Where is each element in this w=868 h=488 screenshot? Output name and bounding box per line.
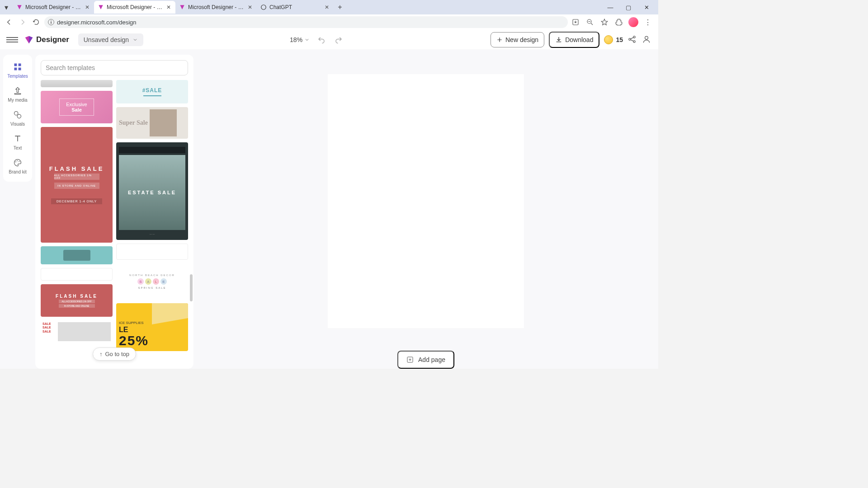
tab-close-icon[interactable]: ✕ [324,4,330,10]
template-card[interactable]: SALE SALE SALE [41,320,113,343]
arrow-up-icon: ↑ [99,351,103,357]
tab-title: Microsoft Designer - Stunning [188,4,244,10]
template-text: SPRING SALE [138,286,166,289]
template-card[interactable] [41,246,113,264]
designer-logo[interactable]: Designer [24,35,69,44]
back-button[interactable] [4,17,14,28]
document-name-label: Unsaved design [84,36,129,43]
browser-tab[interactable]: ChatGPT ✕ [257,1,334,14]
scrollbar-thumb[interactable] [190,274,193,301]
svg-rect-2 [51,22,52,24]
template-text: Super Sale [119,119,148,127]
profile-avatar[interactable] [628,17,638,27]
reload-icon [33,19,40,26]
new-design-button[interactable]: New design [491,32,544,47]
template-card-spring-sale[interactable]: NORTH BEACH DECOR S A L E SPRING SALE [116,263,188,300]
go-to-top-label: Go to top [105,351,129,357]
tab-search-dropdown[interactable]: ▾ [2,3,11,12]
template-text: IN STORE AND ONLINE [59,304,95,308]
side-rail: Templates My media Visuals Text Brand ki… [3,55,32,182]
coin-icon [604,35,613,44]
template-card[interactable] [41,268,113,281]
document-name-dropdown[interactable]: Unsaved design [78,33,143,46]
template-card-yellow-sale[interactable]: ICE SUPPLIES LE 25% [116,303,188,351]
tab-close-icon[interactable]: ✕ [247,4,253,10]
add-page-label: Add page [418,356,445,363]
rail-visuals[interactable]: Visuals [3,106,32,130]
template-text: SALE SALE SALE [42,322,56,341]
browser-menu-icon[interactable]: ⋮ [643,17,653,27]
svg-point-18 [19,161,19,162]
svg-point-0 [261,5,266,10]
visuals-icon [13,110,23,120]
text-icon [13,134,23,144]
browser-tab[interactable]: Microsoft Designer - Stunning ✕ [13,1,94,14]
search-templates-input[interactable]: Search templates [41,60,188,75]
template-card[interactable] [41,80,113,87]
rail-label: Visuals [10,122,25,127]
template-card-hashtag-sale[interactable]: #SALE [116,80,188,103]
tab-close-icon[interactable]: ✕ [84,4,90,10]
template-card-flash-sale[interactable]: FLASH SALE ALL ACCESSORIES 1% OFF IN STO… [41,127,113,243]
forward-button[interactable] [17,17,28,28]
close-window-icon[interactable]: ✕ [640,4,653,11]
download-button[interactable]: Download [549,32,599,48]
tab-close-icon[interactable]: ✕ [165,4,172,10]
tab-title: Microsoft Designer - Stunning [107,4,163,10]
canvas-area[interactable]: Add page [193,49,658,369]
hamburger-menu-button[interactable] [6,37,18,42]
template-text: FLASH SALE [49,165,104,172]
bookmark-icon[interactable] [599,17,609,27]
rail-my-media[interactable]: My media [3,82,32,106]
template-text: ALL ACCESSORIES 1% OFF [59,300,95,303]
template-card-super-sale[interactable]: Super Sale [116,107,188,139]
template-text: A [145,278,151,285]
logo-text: Designer [36,35,69,44]
rail-templates[interactable]: Templates [3,58,32,82]
zoom-icon[interactable] [585,17,595,27]
svg-point-8 [633,40,635,42]
minimize-icon[interactable]: — [604,4,617,11]
canvas-page[interactable] [328,74,524,328]
template-card-flash-sale-small[interactable]: FLASH SALE ALL ACCESSORIES 1% OFF IN STO… [41,284,113,317]
undo-button[interactable] [316,34,327,45]
redo-button[interactable] [333,34,344,45]
template-text: L [153,278,159,285]
account-button[interactable] [642,35,652,45]
template-text: IN STORE AND ONLINE [54,183,99,189]
template-text: E [160,278,167,285]
browser-tab[interactable]: Microsoft Designer - Stunning ✕ [175,1,257,14]
install-app-icon[interactable] [571,17,580,27]
add-page-button[interactable]: Add page [397,351,454,369]
template-card[interactable] [116,244,188,260]
template-card-exclusive-sale[interactable]: Exclusive Sale [41,91,113,123]
zoom-value: 18% [290,36,302,43]
go-to-top-button[interactable]: ↑ Go to top [93,347,136,361]
arrow-left-icon [5,19,13,26]
reload-button[interactable] [31,17,42,28]
extensions-icon[interactable] [614,17,624,27]
chevron-down-icon [132,37,138,42]
rail-text[interactable]: Text [3,130,32,154]
url-field[interactable]: designer.microsoft.com/design [44,16,568,28]
zoom-dropdown[interactable]: 18% [290,36,310,43]
template-text: NORTH BEACH DECOR [129,274,175,277]
designer-favicon-icon [98,4,104,10]
share-button[interactable] [627,35,637,45]
svg-point-16 [15,161,16,162]
credits-display[interactable]: 15 [604,35,623,44]
browser-tab-bar: ▾ Microsoft Designer - Stunning ✕ Micros… [0,0,658,14]
maximize-icon[interactable]: ▢ [622,4,635,11]
brand-kit-icon [13,158,23,168]
rail-brand-kit[interactable]: Brand kit [3,154,32,178]
chevron-down-icon [304,37,310,42]
browser-tab-active[interactable]: Microsoft Designer - Stunning ✕ [94,1,175,14]
designer-favicon-icon [179,4,185,10]
template-card-estate-sale[interactable]: ESTATE SALE — — [116,142,188,240]
template-text: ALL ACCESSORIES 1% OFF [54,174,99,180]
svg-point-1 [51,20,52,21]
designer-favicon-icon [16,4,23,10]
template-text: ESTATE SALE [128,190,176,195]
download-label: Download [565,36,593,43]
new-tab-button[interactable]: + [334,1,346,14]
